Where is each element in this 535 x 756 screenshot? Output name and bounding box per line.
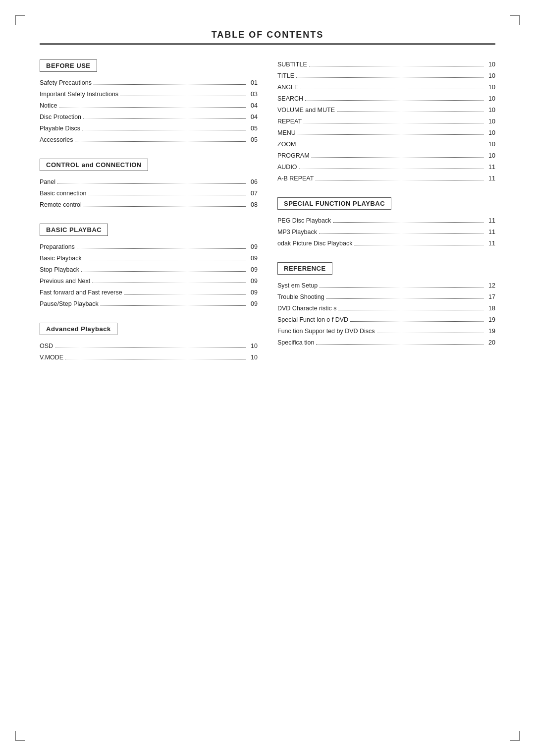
- toc-entry: Stop Playback09: [40, 265, 258, 275]
- toc-entry-page: 20: [485, 338, 495, 348]
- toc-entry-page: 12: [485, 281, 495, 291]
- toc-dots: [92, 283, 246, 283]
- toc-entry-page: 04: [248, 112, 258, 122]
- toc-entry-page: 09: [248, 288, 258, 297]
- toc-entry-label: Notice: [40, 101, 57, 111]
- toc-entry-label: MENU: [277, 128, 296, 138]
- toc-entry-label: Pause/Step Playback: [40, 299, 99, 309]
- toc-dots: [65, 359, 246, 359]
- toc-entry: Previous and Next09: [40, 276, 258, 286]
- toc-dots: [55, 348, 246, 348]
- toc-entry: ANGLE10: [277, 82, 495, 92]
- toc-entry-label: MP3 Playback: [277, 227, 317, 237]
- toc-entry-label: DVD Characte ristic s: [277, 303, 336, 313]
- section-control-connection: CONTROL and CONNECTION Panel06Basic conn…: [40, 159, 258, 210]
- advanced-playback-header: Advanced Playback: [40, 323, 117, 335]
- reference-header: REFERENCE: [277, 262, 332, 275]
- toc-entry-page: 10: [248, 352, 258, 362]
- toc-entry-label: Special Funct ion o f DVD: [277, 315, 348, 325]
- toc-dots: [124, 294, 246, 294]
- toc-dots: [83, 118, 246, 119]
- title-underline: [40, 43, 495, 45]
- toc-entry: Important Safety Instructions03: [40, 89, 258, 99]
- corner-decoration-br: [510, 731, 520, 741]
- toc-entry: Basic Playback09: [40, 253, 258, 263]
- corner-decoration-tl: [15, 15, 25, 25]
- toc-entry-page: 10: [485, 94, 495, 104]
- toc-entry-page: 01: [248, 78, 258, 88]
- toc-entry: ZOOM10: [277, 139, 495, 149]
- toc-dots: [377, 333, 483, 333]
- toc-entry-page: 11: [485, 238, 495, 248]
- toc-entry: SEARCH10: [277, 94, 495, 104]
- toc-entry-page: 10: [485, 82, 495, 92]
- control-connection-entries: Panel06Basic connection07Remote control0…: [40, 177, 258, 210]
- toc-entry: Basic connection07: [40, 188, 258, 198]
- toc-entry: Panel06: [40, 177, 258, 187]
- toc-entry-label: OSD: [40, 341, 53, 351]
- toc-entry-page: 19: [485, 326, 495, 336]
- toc-entry-label: Panel: [40, 177, 55, 187]
- toc-entry: Trouble Shooting17: [277, 292, 495, 302]
- toc-entry-label: PROGRAM: [277, 151, 310, 161]
- toc-entry: Syst em Setup12: [277, 281, 495, 291]
- right-top-entries: SUBTITLE10TITLE10ANGLE10SEARCH10VOLUME a…: [277, 59, 495, 183]
- toc-entry-label: A-B REPEAT: [277, 174, 314, 183]
- toc-entry-page: 10: [485, 71, 495, 81]
- toc-entry-page: 17: [485, 292, 495, 302]
- toc-dots: [333, 222, 483, 223]
- section-right-top: SUBTITLE10TITLE10ANGLE10SEARCH10VOLUME a…: [277, 59, 495, 183]
- corner-decoration-tr: [510, 15, 520, 25]
- toc-entry-page: 10: [485, 139, 495, 149]
- toc-entry-label: V.MODE: [40, 352, 63, 362]
- toc-entry-label: Basic connection: [40, 188, 87, 198]
- toc-entry-page: 11: [485, 174, 495, 183]
- toc-entry: PROGRAM10: [277, 151, 495, 161]
- toc-entry-label: Accessories: [40, 135, 73, 145]
- toc-entry-label: ANGLE: [277, 82, 298, 92]
- section-special-function: SPECIAL FUNCTION PLAYBAC PEG Disc Playba…: [277, 197, 495, 248]
- toc-entry-label: VOLUME and MUTE: [277, 105, 335, 115]
- toc-dots: [299, 169, 483, 169]
- special-function-entries: PEG Disc Playback11MP3 Playback11odak Pi…: [277, 216, 495, 248]
- toc-entry: Fast forward and Fast reverse09: [40, 288, 258, 297]
- advanced-playback-entries: OSD10V.MODE10: [40, 341, 258, 362]
- toc-entry-label: Preparations: [40, 242, 75, 252]
- toc-entry-page: 11: [485, 216, 495, 226]
- page-title-section: TABLE OF CONTENTS: [40, 30, 495, 45]
- toc-dots: [298, 134, 483, 135]
- toc-entry: Safety Precautions01: [40, 78, 258, 88]
- toc-entry: TITLE10: [277, 71, 495, 81]
- toc-entry: SUBTITLE10: [277, 59, 495, 69]
- toc-entry: Pause/Step Playback09: [40, 299, 258, 309]
- toc-entry-page: 10: [485, 59, 495, 69]
- toc-entry: Func tion Suppor ted by DVD Discs19: [277, 326, 495, 336]
- toc-dots: [298, 146, 484, 146]
- toc-entry-page: 03: [248, 89, 258, 99]
- main-content: TABLE OF CONTENTS BEFORE USE Safety Prec…: [0, 0, 535, 406]
- toc-dots: [300, 89, 483, 89]
- toc-entry-label: Fast forward and Fast reverse: [40, 288, 122, 297]
- toc-entry: DVD Characte ristic s18: [277, 303, 495, 313]
- toc-entry-page: 09: [248, 253, 258, 263]
- toc-entry-page: 07: [248, 188, 258, 198]
- corner-decoration-bl: [15, 731, 25, 741]
- toc-entry-page: 04: [248, 101, 258, 111]
- toc-dots: [84, 206, 246, 207]
- toc-dots: [57, 183, 246, 184]
- toc-entry: OSD10: [40, 341, 258, 351]
- toc-entry-label: Playable Discs: [40, 123, 80, 133]
- control-connection-header: CONTROL and CONNECTION: [40, 159, 148, 171]
- toc-entry: Specifica tion20: [277, 338, 495, 348]
- page-title: TABLE OF CONTENTS: [40, 30, 495, 40]
- toc-dots: [84, 260, 246, 260]
- toc-entry-label: Important Safety Instructions: [40, 89, 118, 99]
- toc-entry-page: 09: [248, 242, 258, 252]
- toc-entry-label: odak Picture Disc Playback: [277, 238, 352, 248]
- toc-dots: [316, 344, 483, 345]
- toc-entry: VOLUME and MUTE10: [277, 105, 495, 115]
- toc-dots: [305, 100, 483, 101]
- left-column: BEFORE USE Safety Precautions01Important…: [40, 59, 258, 376]
- toc-entry-page: 10: [248, 341, 258, 351]
- section-advanced-playback: Advanced Playback OSD10V.MODE10: [40, 323, 258, 362]
